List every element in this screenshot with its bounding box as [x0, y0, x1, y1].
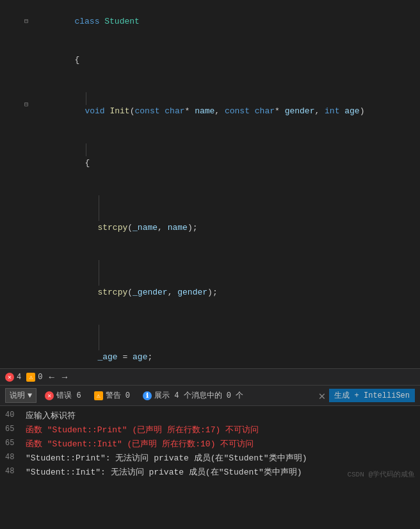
line-content-2: { — [32, 41, 420, 79]
panel-item-1[interactable]: 40 应输入标识符 — [0, 409, 420, 423]
code-editor: ⊟ class Student { ⊟ void Init(const char… — [0, 0, 420, 368]
gutter-2 — [0, 54, 32, 67]
line-content-7: _age = age; — [32, 312, 420, 368]
filter-label: 说明 — [10, 390, 25, 401]
panel-item-3-text: 函数 "Student::Init" (已声明 所在行数:10) 不可访问 — [26, 438, 415, 450]
panel-warning-icon: ⚠ — [94, 391, 103, 400]
panel-item-3-num: 65 — [5, 438, 26, 448]
error-status[interactable]: ✕ 4 — [5, 373, 21, 382]
panel-info-label: 展示 4 个消息中的 0 个 — [154, 390, 243, 401]
code-line-2: { — [0, 41, 420, 79]
gutter-3: ⊟ — [0, 99, 32, 111]
build-label: 生成 + IntelliSen — [334, 390, 410, 401]
panel-item-4[interactable]: 48 "Student::Print": 无法访问 private 成员(在"S… — [0, 451, 420, 465]
line-content-5: strcpy(_name, name); — [32, 183, 420, 247]
panel-list: 40 应输入标识符 65 函数 "Student::Print" (已声明 所在… — [0, 406, 420, 482]
filter-arrow-icon: ▼ — [28, 391, 32, 400]
collapse-3[interactable]: ⊟ — [23, 99, 29, 111]
bottom-panel: 说明 ▼ ✕ 错误 6 ⚠ 警告 0 ℹ 展示 4 个消息中的 0 个 ✕ 生成… — [0, 385, 420, 529]
panel-item-2[interactable]: 65 函数 "Student::Print" (已声明 所在行数:17) 不可访… — [0, 423, 420, 437]
nav-forward-button[interactable]: → — [61, 372, 69, 382]
panel-item-1-num: 40 — [5, 410, 26, 419]
warning-status[interactable]: ⚠ 0 — [26, 373, 42, 382]
close-panel-icon[interactable]: ✕ — [319, 389, 326, 403]
warning-filter[interactable]: ⚠ 警告 0 — [90, 388, 134, 403]
editor-status-bar: ✕ 4 ⚠ 0 ← → — [0, 368, 420, 385]
warning-count: 0 — [38, 373, 42, 382]
panel-item-1-text: 应输入标识符 — [26, 410, 415, 421]
panel-item-4-num: 48 — [5, 452, 26, 462]
line-content-6: strcpy(_gender, gender); — [32, 247, 420, 312]
nav-back-button[interactable]: ← — [47, 372, 55, 382]
collapse-2 — [23, 54, 29, 67]
panel-toolbar: 说明 ▼ ✕ 错误 6 ⚠ 警告 0 ℹ 展示 4 个消息中的 0 个 ✕ 生成… — [0, 386, 420, 406]
panel-item-2-text: 函数 "Student::Print" (已声明 所在行数:17) 不可访问 — [26, 424, 415, 435]
panel-info-icon: ℹ — [143, 391, 152, 400]
error-count: 4 — [17, 373, 21, 382]
code-lines: ⊟ class Student { ⊟ void Init(const char… — [0, 0, 420, 368]
code-line-1: ⊟ class Student — [0, 3, 420, 41]
warning-icon: ⚠ — [26, 373, 35, 382]
panel-warning-label: 警告 0 — [106, 390, 130, 401]
code-line-7: _age = age; — [0, 312, 420, 368]
line-content-1: class Student — [32, 3, 420, 41]
panel-item-5-num: 48 — [5, 466, 26, 476]
info-filter[interactable]: ℹ 展示 4 个消息中的 0 个 — [138, 388, 248, 403]
line-content-3: void Init(const char* name, const char* … — [32, 79, 420, 131]
panel-item-3[interactable]: 65 函数 "Student::Init" (已声明 所在行数:10) 不可访问 — [0, 437, 420, 451]
line-content-4: { — [32, 131, 420, 182]
watermark: CSDN @学代码的咸鱼 — [347, 469, 415, 479]
panel-item-2-num: 65 — [5, 424, 26, 434]
panel-error-icon: ✕ — [45, 391, 54, 400]
panel-error-label: 错误 6 — [56, 390, 81, 401]
gutter-1: ⊟ — [0, 15, 32, 28]
build-button[interactable]: 生成 + IntelliSen — [329, 389, 415, 402]
error-icon: ✕ — [5, 373, 14, 382]
panel-item-4-text: "Student::Print": 无法访问 private 成员(在"Stud… — [26, 452, 415, 464]
code-line-5: strcpy(_name, name); — [0, 183, 420, 247]
error-filter[interactable]: ✕ 错误 6 — [40, 388, 85, 403]
filter-dropdown[interactable]: 说明 ▼ — [5, 388, 36, 403]
code-line-3: ⊟ void Init(const char* name, const char… — [0, 79, 420, 131]
collapse-1[interactable]: ⊟ — [23, 15, 29, 28]
code-line-4: { — [0, 131, 420, 182]
code-line-6: strcpy(_gender, gender); — [0, 247, 420, 312]
